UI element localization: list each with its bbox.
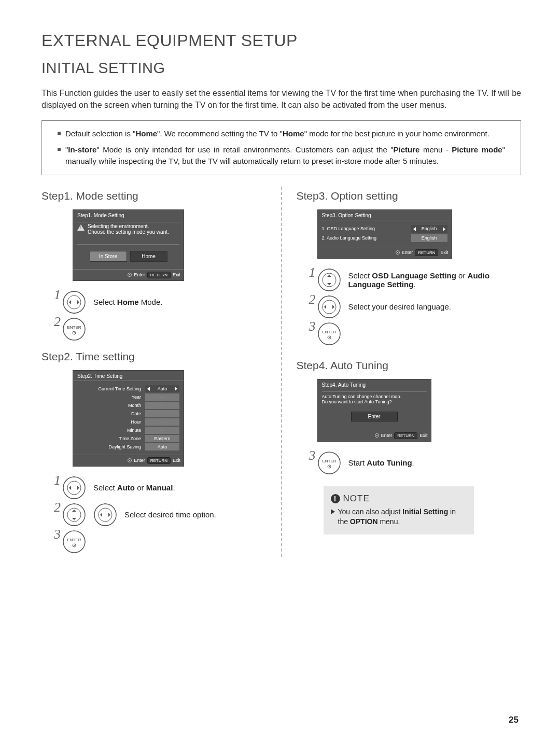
return-pill[interactable]: RETURN bbox=[147, 272, 171, 278]
osd-step2-title: Step2. Time Setting bbox=[73, 371, 184, 381]
home-button[interactable]: Home bbox=[130, 251, 167, 262]
step2-instruction-3: 3 ENTER bbox=[62, 530, 267, 554]
time-row-label: Time Zone bbox=[77, 436, 142, 441]
osd-step2-panel: Step2. Time Setting Current Time Setting… bbox=[73, 370, 184, 467]
time-row-label: Year bbox=[77, 395, 142, 400]
time-row-value[interactable]: -- bbox=[145, 410, 179, 417]
time-row-value[interactable]: ---- bbox=[145, 393, 179, 401]
dpad-lr-icon bbox=[93, 503, 117, 527]
dpad-ud-icon bbox=[62, 503, 86, 527]
note-icon: ! bbox=[331, 494, 340, 503]
osd-step4-msg1: Auto Tuning can change channel map. bbox=[322, 394, 427, 399]
info-item-1: Default selection is "Home". We recommen… bbox=[58, 128, 505, 140]
manual-page: EXTERNAL EQUIPMENT SETUP INITIAL SETTING… bbox=[0, 0, 560, 583]
enter-button-icon: ENTER bbox=[317, 451, 341, 475]
step-number: 1 bbox=[54, 473, 61, 488]
osd-lang-value[interactable]: English bbox=[411, 225, 447, 233]
svg-point-27 bbox=[329, 466, 330, 467]
step-number: 2 bbox=[54, 314, 61, 330]
time-setting-row: Minute-- bbox=[77, 427, 179, 434]
osd-step3-title: Step3. Option Setting bbox=[318, 210, 452, 220]
note-heading: NOTE bbox=[343, 494, 370, 504]
step-number: 1 bbox=[309, 265, 316, 280]
step-number: 2 bbox=[309, 292, 316, 307]
osd-enter-label: Enter bbox=[134, 458, 145, 463]
instore-button[interactable]: In Store bbox=[90, 251, 127, 262]
osd-lang-label: 1. OSD Language Setting bbox=[322, 226, 375, 231]
time-setting-row: Hour-- bbox=[77, 418, 179, 426]
osd-step1-panel: Step1. Mode Setting Selecting the enviro… bbox=[73, 209, 184, 281]
return-pill[interactable]: RETURN bbox=[147, 457, 171, 464]
time-row-value[interactable]: -- bbox=[145, 427, 179, 434]
svg-point-8 bbox=[63, 504, 85, 526]
svg-point-10 bbox=[94, 504, 116, 526]
page-number: 25 bbox=[509, 715, 519, 725]
time-setting-row: Month-- bbox=[77, 402, 179, 409]
svg-point-6 bbox=[63, 477, 85, 499]
info-item-2: "In-store" Mode is only intended for use… bbox=[58, 144, 505, 167]
osd-step1-msg1: Selecting the environment. bbox=[88, 223, 169, 229]
enter-dot-icon bbox=[375, 433, 379, 438]
step3-heading: Step3. Option setting bbox=[297, 190, 522, 202]
osd-exit-label: Exit bbox=[419, 433, 427, 438]
svg-text:ENTER: ENTER bbox=[67, 325, 81, 330]
return-pill[interactable]: RETURN bbox=[415, 249, 438, 256]
time-row-label: Hour bbox=[77, 419, 142, 425]
time-row-label: Minute bbox=[77, 428, 142, 433]
page-subtitle: INITIAL SETTING bbox=[41, 60, 521, 77]
step-number: 3 bbox=[309, 319, 316, 334]
osd-enter-label: Enter bbox=[381, 433, 393, 438]
svg-text:ENTER: ENTER bbox=[67, 538, 81, 542]
time-setting-row: Current Time SettingAuto bbox=[77, 385, 179, 392]
osd-step1-title: Step1. Mode Setting bbox=[73, 210, 184, 220]
dpad-ud-icon bbox=[317, 268, 341, 292]
osd-enter-label: Enter bbox=[402, 250, 413, 255]
osd-step4-panel: Step4. Auto Tuning Auto Tuning can chang… bbox=[317, 379, 431, 442]
time-row-label: Daylight Saving bbox=[77, 444, 142, 449]
warning-icon bbox=[77, 224, 85, 231]
audio-lang-value[interactable]: English bbox=[411, 234, 447, 242]
svg-point-16 bbox=[318, 269, 340, 291]
svg-point-0 bbox=[63, 291, 85, 313]
enter-dot-icon bbox=[396, 250, 400, 255]
time-row-label: Month bbox=[77, 403, 142, 408]
osd-step4-title: Step4. Auto Tuning bbox=[318, 379, 431, 389]
svg-text:ENTER: ENTER bbox=[322, 459, 336, 463]
audio-lang-label: 2. Audio Language Setting bbox=[322, 235, 377, 241]
time-setting-row: Year---- bbox=[77, 393, 179, 401]
enter-button-icon: ENTER bbox=[317, 322, 341, 346]
dpad-lr-icon bbox=[62, 290, 86, 314]
auto-tuning-enter-button[interactable]: Enter bbox=[351, 412, 398, 421]
enter-button-icon: ENTER bbox=[62, 317, 86, 341]
dpad-lr-icon bbox=[62, 476, 86, 500]
step-number: 1 bbox=[54, 287, 61, 303]
time-row-label: Date bbox=[77, 411, 142, 416]
time-row-value[interactable]: Auto bbox=[145, 385, 179, 392]
svg-text:ENTER: ENTER bbox=[322, 330, 336, 334]
step3-instruction-2: 2 Select your desired language. bbox=[317, 295, 522, 319]
time-setting-row: Time ZoneEastern bbox=[77, 435, 179, 442]
time-row-value[interactable]: -- bbox=[145, 418, 179, 426]
step1-heading: Step1. Mode setting bbox=[41, 190, 267, 202]
step-number: 3 bbox=[309, 448, 316, 463]
step1-instruction-2: 2 ENTER bbox=[62, 317, 267, 341]
svg-point-18 bbox=[318, 296, 340, 318]
enter-dot-icon bbox=[128, 273, 132, 277]
step4-instruction-3: 3 ENTER Start Auto Tuning. bbox=[317, 451, 522, 475]
time-row-value[interactable]: Eastern bbox=[145, 435, 179, 442]
osd-step4-msg2: Do you want to start Auto Tuning? bbox=[322, 399, 427, 404]
return-pill[interactable]: RETURN bbox=[394, 432, 417, 439]
step3-instruction-3: 3 ENTER bbox=[317, 322, 522, 346]
step4-heading: Step4. Auto Tuning bbox=[297, 359, 522, 372]
time-row-value[interactable]: Auto bbox=[145, 443, 179, 451]
time-setting-row: Date-- bbox=[77, 410, 179, 417]
step-number: 2 bbox=[54, 500, 61, 515]
svg-point-15 bbox=[74, 545, 75, 546]
osd-exit-label: Exit bbox=[173, 272, 180, 277]
time-row-value[interactable]: -- bbox=[145, 402, 179, 409]
osd-enter-label: Enter bbox=[134, 272, 145, 277]
time-row-label: Current Time Setting bbox=[77, 386, 142, 391]
note-box: ! NOTE You can also adjust Initial Setti… bbox=[324, 486, 474, 534]
svg-point-5 bbox=[74, 332, 75, 333]
osd-exit-label: Exit bbox=[173, 458, 180, 463]
